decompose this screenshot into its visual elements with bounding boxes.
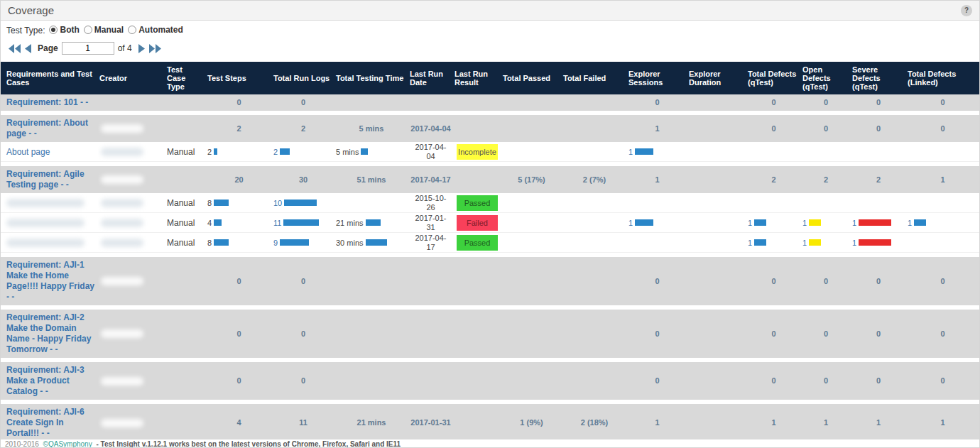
cell-name <box>1 233 98 252</box>
cell-duration <box>687 404 746 442</box>
next-page-button[interactable] <box>136 43 147 55</box>
cell-passed <box>501 115 562 142</box>
cell-result: Passed <box>453 233 501 252</box>
cell-sd: 0 <box>851 310 906 358</box>
column-header: Requirements and Test Cases <box>1 62 98 94</box>
right-arrow-icon <box>138 44 145 53</box>
cell-date: 2017-04-17 <box>408 233 453 252</box>
metric-bar <box>809 239 821 246</box>
cell-result: Failed <box>453 213 501 232</box>
cell-tdl: 0 <box>906 257 979 305</box>
requirement-link[interactable]: Requirement: AJI-1 Make the Home Page!!!… <box>6 257 98 305</box>
cell-name <box>1 193 98 212</box>
cell-tdl: 1 <box>906 404 979 442</box>
cell-sd: 2 <box>851 166 906 193</box>
cell-sd: 0 <box>851 362 906 400</box>
cell-logs: 0 <box>272 362 334 400</box>
column-header: Total Defects (Linked) <box>906 62 979 94</box>
column-header: Last Run Date <box>408 62 453 94</box>
metric-value[interactable]: 10 <box>273 199 282 207</box>
column-header: Total Testing Time <box>334 62 408 94</box>
redacted-text <box>101 377 143 386</box>
cell-result <box>453 94 501 111</box>
cell-failed: 2 (18%) <box>562 404 627 442</box>
metric-bar <box>283 219 319 226</box>
metric-value[interactable]: 1 <box>628 219 633 227</box>
cell-tdq: 1 <box>746 233 801 252</box>
cell-steps: 0 <box>206 310 272 358</box>
metric-bar <box>366 219 381 226</box>
cell-od: 1 <box>801 233 851 252</box>
cell-passed <box>501 193 562 212</box>
radio-icon[interactable] <box>128 26 136 34</box>
cell-date: 2017-01-31 <box>408 213 453 232</box>
metric-value[interactable]: 1 <box>852 239 856 247</box>
radio-icon[interactable] <box>84 26 92 34</box>
cell-logs: 2 <box>272 115 334 142</box>
cell-failed <box>562 257 627 305</box>
cell-sd: 0 <box>851 257 906 305</box>
cell-od <box>801 142 851 161</box>
previous-page-button[interactable] <box>23 43 33 55</box>
cell-tdl <box>906 233 979 252</box>
requirement-link[interactable]: Requirement: AJI-3 Make a Product Catalo… <box>6 362 98 400</box>
requirement-link[interactable]: Requirement: AJI-2 Make the Domain Name … <box>6 310 98 358</box>
cell-failed <box>562 213 627 232</box>
testcase-link[interactable]: About page <box>6 147 50 157</box>
metric-value[interactable]: 1 <box>908 219 912 227</box>
cell-tdq <box>746 193 801 212</box>
radio-label: Both <box>60 25 79 35</box>
cell-logs: 2 <box>272 142 334 161</box>
requirement-row: Requirement: AJI-3 Make a Product Catalo… <box>1 362 979 400</box>
cell-tdl: 0 <box>906 362 979 400</box>
cell-time <box>334 362 408 400</box>
cell-date: 2017-04-17 <box>408 166 453 193</box>
test-type-radio-both[interactable]: Both <box>49 25 79 35</box>
cell-type <box>165 257 206 305</box>
requirement-link[interactable]: Requirement: 101 - - <box>6 94 91 111</box>
metric-bar <box>859 219 891 226</box>
cell-type <box>165 94 206 111</box>
radio-icon[interactable] <box>49 26 58 34</box>
column-header: Explorer Duration <box>687 62 746 94</box>
metric-value[interactable]: 1 <box>802 219 807 227</box>
metric-value[interactable]: 1 <box>748 239 752 247</box>
help-icon[interactable]: ? <box>961 5 972 16</box>
page-number-input[interactable] <box>62 42 114 55</box>
metric-value[interactable]: 1 <box>802 239 807 247</box>
test-type-radio-automated[interactable]: Automated <box>128 25 183 35</box>
cell-creator <box>98 257 165 305</box>
run-result-badge: Passed <box>457 235 498 251</box>
metric-value[interactable]: 1 <box>628 148 633 156</box>
test-type-radio-manual[interactable]: Manual <box>84 25 124 35</box>
cell-sessions <box>627 233 687 252</box>
metric-value[interactable]: 11 <box>273 219 281 227</box>
footer-brand-link[interactable]: ©QASymphony <box>43 440 92 448</box>
cell-time <box>334 193 408 212</box>
metric-value[interactable]: 2 <box>273 148 278 156</box>
first-page-button[interactable] <box>6 43 23 55</box>
requirement-link[interactable]: Requirement: AJI-6 Create Sign In Portal… <box>6 404 98 442</box>
redacted-text <box>101 239 143 247</box>
redacted-text <box>101 277 143 285</box>
cell-sessions: 0 <box>627 362 687 400</box>
cell-tdq: 0 <box>746 310 801 358</box>
cell-duration <box>687 310 746 358</box>
metric-value[interactable]: 1 <box>852 219 856 227</box>
requirement-link[interactable]: Requirement: Agile Testing page - - <box>6 166 98 193</box>
last-page-button[interactable] <box>147 43 163 55</box>
left-arrow-icon <box>25 44 31 53</box>
cell-name: Requirement: 101 - - <box>1 94 98 111</box>
metric-bar <box>361 148 368 155</box>
metric-value[interactable]: 1 <box>748 219 752 227</box>
cell-failed <box>562 362 627 400</box>
footer-note: - Test Insight v.1.12.1 works best on th… <box>96 440 401 448</box>
title-bar: Coverage ? <box>1 1 979 21</box>
metric-value[interactable]: 9 <box>273 239 278 247</box>
cell-creator <box>98 142 165 161</box>
metric-bar <box>214 219 222 226</box>
metric-bar <box>754 239 766 246</box>
requirement-link[interactable]: Requirement: About page - - <box>6 115 98 142</box>
cell-time <box>334 257 408 305</box>
cell-result <box>453 404 501 442</box>
